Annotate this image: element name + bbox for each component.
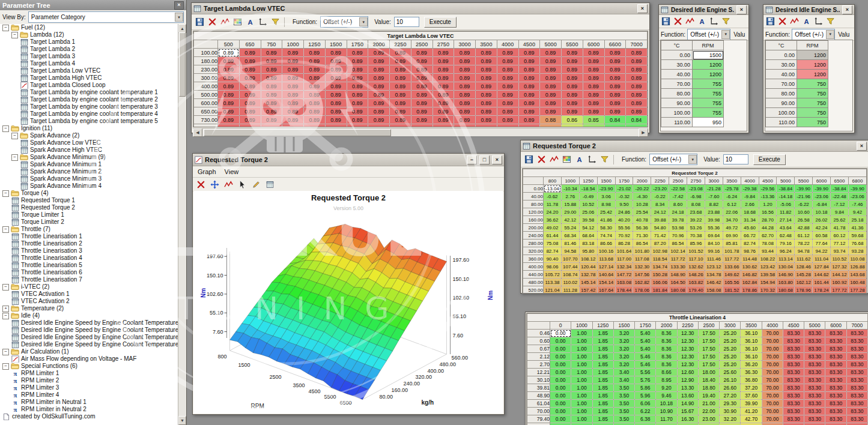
function-dropdown[interactable]: Offset (+/-) ▼: [320, 16, 368, 28]
cell[interactable]: 0.89: [261, 99, 282, 107]
cell[interactable]: 170.32: [759, 286, 777, 294]
cell[interactable]: 3.20: [613, 330, 634, 337]
cell[interactable]: 0.89: [368, 74, 390, 82]
cell[interactable]: 8.36: [656, 361, 677, 369]
cell[interactable]: 17.50: [698, 330, 719, 337]
temperature-cell[interactable]: 90.00: [661, 98, 693, 108]
row-header[interactable]: 0.67: [527, 345, 550, 353]
cell[interactable]: 0.89: [604, 99, 626, 107]
tree-item[interactable]: Target Lambda Low VTEC: [0, 67, 178, 74]
cell[interactable]: 25.20: [720, 330, 741, 337]
cell[interactable]: 26.60: [720, 384, 741, 392]
cell[interactable]: 95.80: [579, 247, 597, 255]
cell[interactable]: 11.70: [656, 415, 677, 423]
cell[interactable]: 0.89: [390, 65, 411, 74]
cell[interactable]: 12.30: [677, 337, 698, 345]
cell[interactable]: -23.20: [651, 185, 669, 193]
cell[interactable]: 12.30: [677, 345, 698, 353]
tree-item[interactable]: Desired Idle Engine Speed by Engine Cool…: [0, 327, 178, 334]
cell[interactable]: 0.85: [583, 124, 604, 128]
cell[interactable]: 19.40: [698, 392, 719, 400]
tree-item[interactable]: πRPM Limiter in Neutral 1: [0, 399, 178, 406]
column-header[interactable]: 1250: [579, 177, 597, 185]
cell[interactable]: 5.40: [635, 337, 656, 345]
tree-item[interactable]: Spark Advance Minimum 3: [0, 175, 178, 182]
cell[interactable]: 83.30: [804, 400, 825, 408]
save-icon[interactable]: [523, 154, 535, 165]
row-header[interactable]: 160.00: [523, 216, 544, 224]
cell[interactable]: 1.00: [571, 369, 592, 376]
tree-item[interactable]: Spark Advance Low VTEC: [0, 139, 178, 146]
cell[interactable]: 0.89: [282, 107, 304, 116]
cell[interactable]: 145.14: [579, 279, 597, 286]
tree-item[interactable]: −Spark Advance Minimum (9): [0, 154, 178, 161]
cell[interactable]: 144.62: [813, 271, 831, 279]
cell[interactable]: 25.20: [720, 353, 741, 361]
cell[interactable]: 69.64: [705, 232, 723, 240]
cell[interactable]: 25.60: [720, 369, 741, 376]
cell[interactable]: 93.74: [831, 247, 849, 255]
cell[interactable]: 83.30: [825, 330, 846, 337]
temperature-cell[interactable]: 100.00: [661, 108, 693, 118]
view-by-dropdown[interactable]: Parameter Category ▼: [28, 11, 184, 23]
column-header[interactable]: 1750: [635, 322, 656, 330]
tree-item[interactable]: Target Lambda by engine coolant temperat…: [0, 96, 178, 103]
collapse-icon[interactable]: −: [2, 363, 9, 370]
cell[interactable]: 180.08: [669, 286, 687, 294]
cell[interactable]: 111.46: [705, 255, 723, 263]
cell[interactable]: 83.18: [579, 240, 597, 247]
cell[interactable]: 42.88: [795, 224, 813, 232]
cell[interactable]: 83.30: [804, 408, 825, 415]
cell[interactable]: 165.56: [723, 279, 741, 286]
cell[interactable]: 9.50: [615, 200, 633, 208]
rpm-cell[interactable]: 1200: [693, 70, 724, 79]
column-header[interactable]: 0: [550, 322, 571, 330]
column-header[interactable]: 6000: [813, 177, 831, 185]
cell[interactable]: 1.85: [592, 361, 613, 369]
cell[interactable]: 0.89: [604, 107, 626, 116]
cell[interactable]: 0.89: [518, 49, 540, 57]
cell[interactable]: 10.18: [656, 400, 677, 408]
cell[interactable]: 71.42: [651, 232, 669, 240]
row-header[interactable]: 2.70: [527, 361, 550, 369]
cell[interactable]: 26.02: [813, 216, 831, 224]
cell[interactable]: 0.89: [304, 65, 326, 74]
temperature-cell[interactable]: 110.00: [766, 118, 797, 127]
column-header[interactable]: 4500: [783, 322, 804, 330]
cell[interactable]: 24.86: [615, 208, 633, 216]
cell[interactable]: 36.10: [741, 353, 762, 361]
column-header[interactable]: 4000: [762, 322, 783, 330]
cell[interactable]: 3.20: [613, 337, 634, 345]
cell[interactable]: 83.30: [783, 330, 804, 337]
row-header[interactable]: 0.60: [527, 337, 550, 345]
cell[interactable]: 147.72: [615, 271, 633, 279]
cell[interactable]: 0.89: [218, 82, 240, 91]
cell[interactable]: 0.89: [497, 99, 518, 107]
cell[interactable]: 0.89: [454, 124, 476, 128]
cell[interactable]: 0.89: [282, 57, 304, 65]
cell[interactable]: 0.89: [540, 65, 562, 74]
scrollbar-thumb[interactable]: [204, 129, 391, 136]
cell[interactable]: 0.88: [540, 124, 562, 128]
cell[interactable]: 146.42: [705, 279, 723, 286]
column-header[interactable]: 3500: [741, 322, 762, 330]
cell[interactable]: 0.89: [325, 49, 347, 57]
column-header[interactable]: 1500: [325, 40, 347, 49]
cell[interactable]: 83.30: [825, 337, 846, 345]
cell[interactable]: 66.72: [741, 232, 759, 240]
row-header[interactable]: 500.00: [194, 91, 218, 99]
cell[interactable]: 36.10: [741, 337, 762, 345]
cell[interactable]: 74.74: [597, 232, 615, 240]
cell[interactable]: 83.30: [783, 423, 804, 425]
cell[interactable]: 9.20: [656, 384, 677, 392]
cell[interactable]: 0.89: [304, 91, 326, 99]
tree-item[interactable]: πRPM Limiter in Neutral 2: [0, 406, 178, 413]
cell[interactable]: 11.26: [656, 423, 677, 425]
cell[interactable]: 121.04: [544, 286, 562, 294]
column-header[interactable]: 1750: [615, 177, 633, 185]
cell[interactable]: 0.89: [476, 57, 497, 65]
cell[interactable]: 79.16: [777, 240, 795, 247]
cell[interactable]: 0.89: [432, 49, 454, 57]
cell[interactable]: 0.89: [368, 65, 390, 74]
column-header[interactable]: 1500: [613, 322, 634, 330]
